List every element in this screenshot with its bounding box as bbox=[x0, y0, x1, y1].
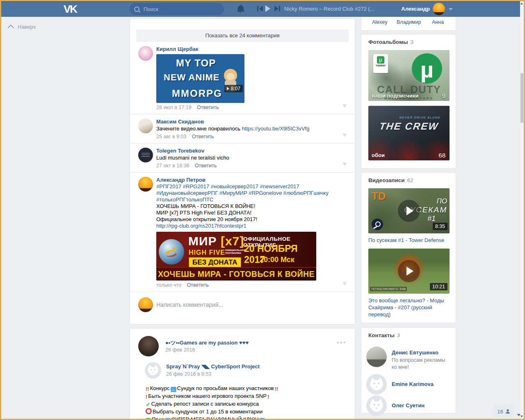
banner-slogan: ХОЧЕШЬ МИРА - ГОТОВЬСЯ К ВОЙНЕ bbox=[156, 267, 316, 281]
like-heart-icon[interactable]: ♥ bbox=[343, 161, 347, 167]
contact-name-link[interactable]: Денис Евтушенко bbox=[392, 349, 438, 356]
play-overlay-icon bbox=[398, 200, 420, 222]
reply-link[interactable]: Ответить bbox=[195, 163, 217, 169]
scrollbar-up-arrow-icon[interactable] bbox=[520, 2, 523, 5]
online-friends-widget[interactable]: 16 bbox=[493, 405, 515, 418]
banner-opening-time: 20:00 Мск bbox=[260, 256, 294, 264]
post-actions-menu-icon[interactable]: ••• bbox=[337, 339, 347, 346]
album-name: наши подписчики bbox=[372, 93, 418, 99]
comment-date[interactable]: 28 июл в 17:19 bbox=[156, 105, 192, 110]
emoji-icon: ! bbox=[267, 394, 269, 399]
rpg-club-link[interactable]: http://rpg-club.org/ns2017hfcontestpr1 bbox=[156, 223, 247, 229]
contacts-title: Контакты bbox=[368, 332, 395, 338]
photo-albums-card: Фотоальбомы3 µ TORRENT µ CALL DUTY MODER… bbox=[361, 34, 456, 169]
play-triangle bbox=[265, 5, 270, 12]
friend-link[interactable]: Анна bbox=[432, 19, 444, 25]
photo-albums-header[interactable]: Фотоальбомы3 bbox=[361, 34, 456, 45]
page-scrollbar[interactable] bbox=[520, 1, 524, 419]
repost-date-link[interactable]: 26 фев 2016 в 8:53 bbox=[166, 371, 211, 377]
contact-name-link[interactable]: Олег Суетин bbox=[392, 402, 425, 409]
top-navigation-bar: VK Nicky Romero – Record Club #272 (... … bbox=[1, 1, 520, 17]
repost-author-link[interactable]: Spray`N`Pray ◥◣ CyberSport Project bbox=[166, 363, 260, 370]
photo-albums-count: 3 bbox=[410, 39, 413, 45]
post-date-link[interactable]: 26 фев 2016 bbox=[165, 347, 195, 353]
scrollbar-down-arrow-icon[interactable] bbox=[520, 415, 523, 418]
comment-item: Кирилл Щербак MY TOP NEW ANIME MMORPG 8:… bbox=[130, 42, 355, 114]
comment-author-link[interactable]: Максим Скиданов bbox=[156, 118, 204, 125]
video-title-link[interactable]: Это вообще легально? - Моды Скайрима - #… bbox=[368, 297, 449, 318]
video-duration-badge: 8:07 bbox=[224, 85, 243, 92]
contact-avatar[interactable] bbox=[366, 347, 387, 367]
emoji-icon: ! bbox=[146, 394, 147, 399]
video-title-link[interactable]: По сусекам #1 - Tower Defense bbox=[368, 237, 449, 244]
friend-link[interactable]: Владимир bbox=[397, 19, 421, 25]
post-text-line: !!Конкурс↔Сундук по просьбам наших участ… bbox=[145, 384, 347, 392]
comment-video-thumbnail[interactable]: MY TOP NEW ANIME MMORPG 8:07 bbox=[156, 54, 244, 103]
emoji-icon: !! bbox=[146, 386, 149, 392]
post-text-line: !Быть участником нашего игрового проекта… bbox=[145, 392, 347, 400]
post-author-avatar[interactable] bbox=[138, 336, 159, 356]
video-thumbnail[interactable]: TD ПО СУСЕКАМ #1 8:35 bbox=[368, 188, 450, 233]
video-art-text: MY TOP bbox=[176, 57, 216, 69]
comment-text: Зачените видео.мне понравилось https://y… bbox=[156, 125, 347, 132]
promo-banner-image[interactable]: МИР [x7] HIGH FIVE ОФИЦИАЛЬНАЯ ПЛАТФОРМА… bbox=[156, 232, 316, 281]
comment-text-span: Зачените видео.мне понравилось bbox=[156, 126, 240, 132]
header-user-name[interactable]: Александр bbox=[383, 6, 430, 12]
like-heart-icon[interactable]: ♥ bbox=[343, 280, 347, 287]
back-to-top-link[interactable]: Наверх bbox=[9, 24, 36, 30]
avatar[interactable] bbox=[138, 46, 153, 61]
avatar[interactable] bbox=[138, 177, 153, 192]
repost-community-avatar[interactable] bbox=[145, 362, 161, 379]
album-tile[interactable]: NEVER DRIVE ALONE THE CREW обои 68 bbox=[368, 106, 450, 160]
videos-title: Видеозаписи bbox=[368, 177, 405, 183]
video-thumbnail[interactable]: TETRACHROMATIC ENB 10:21 bbox=[368, 249, 450, 294]
album-tile[interactable]: µ TORRENT µ CALL DUTY MODERN WARFARE наш… bbox=[368, 50, 450, 101]
contact-avatar[interactable] bbox=[366, 395, 387, 416]
comment-item: Tolegen Torebekov Ludi musmani ne terali… bbox=[130, 143, 355, 172]
online-friends-count: 16 bbox=[497, 409, 503, 415]
contacts-header[interactable]: Контакты3 bbox=[361, 328, 456, 338]
videos-header[interactable]: Видеозаписи62 bbox=[361, 173, 456, 183]
banner-title: МИР [x7] bbox=[188, 234, 244, 248]
notifications-bell-icon[interactable] bbox=[236, 4, 245, 14]
show-all-comments-button[interactable]: Показать все 24 комментария bbox=[136, 30, 349, 42]
comment-date[interactable]: только что bbox=[156, 282, 181, 288]
now-playing-track-title[interactable]: Nicky Romero – Record Club #272 (... bbox=[284, 6, 374, 12]
photo-albums-title: Фотоальбомы bbox=[368, 39, 408, 45]
header-user-avatar[interactable] bbox=[433, 3, 445, 15]
reply-link[interactable]: Ответить bbox=[197, 105, 219, 110]
friend-link[interactable]: Alexey bbox=[372, 19, 388, 25]
avatar[interactable] bbox=[138, 148, 153, 162]
search-box[interactable] bbox=[130, 3, 224, 15]
contact-name-link[interactable]: Emine Karimova bbox=[392, 381, 434, 387]
search-input[interactable] bbox=[143, 6, 214, 13]
like-heart-icon[interactable]: ♥ bbox=[343, 103, 347, 109]
comment-input-placeholder[interactable]: Написать комментарий... bbox=[156, 297, 347, 312]
like-heart-icon[interactable]: ♥ bbox=[343, 132, 347, 138]
youtube-link[interactable]: https://youtu.be/X9l5IC3vVfg bbox=[242, 126, 310, 132]
post-card: ●•ツ••Games are my passion ♥♥♥ 26 фев 201… bbox=[130, 328, 355, 420]
contact-avatar[interactable] bbox=[366, 374, 387, 395]
comment-author-link[interactable]: Tolegen Torebekov bbox=[156, 147, 204, 154]
prev-bar bbox=[257, 6, 258, 11]
comment-author-link[interactable]: Кирилл Щербак bbox=[156, 46, 198, 52]
comment-date[interactable]: 27 окт в 18:36 bbox=[156, 163, 189, 169]
avatar[interactable] bbox=[138, 119, 153, 133]
comments-card: Показать все 24 комментария Кирилл Щерба… bbox=[130, 18, 355, 324]
comment-date[interactable]: 25 авг в 9:03 bbox=[156, 134, 186, 139]
vk-logo[interactable]: VK bbox=[61, 3, 79, 15]
utorrent-logo-icon: µ bbox=[412, 53, 442, 84]
write-comment-row[interactable]: Написать комментарий... bbox=[130, 292, 355, 317]
comment-author-link[interactable]: Александр Петров bbox=[156, 176, 205, 183]
header-dropdown-chevron-icon[interactable] bbox=[449, 8, 453, 10]
hashtag-links[interactable]: #РПГ2017 #RPG2017 #новыйсервер2017 #news… bbox=[156, 183, 347, 203]
search-icon bbox=[134, 7, 139, 12]
post-author-link[interactable]: ●•ツ••Games are my passion ♥♥♥ bbox=[165, 339, 249, 347]
reply-link[interactable]: Ответить bbox=[187, 282, 209, 288]
steam-logo-icon bbox=[372, 219, 383, 230]
comment-text: Ludi musmani ne teralisti vicho bbox=[156, 154, 347, 161]
reply-link[interactable]: Ответить bbox=[192, 134, 214, 139]
scrollbar-thumb[interactable] bbox=[520, 73, 523, 123]
person-icon bbox=[505, 409, 511, 414]
chevron-up-icon bbox=[8, 25, 14, 31]
